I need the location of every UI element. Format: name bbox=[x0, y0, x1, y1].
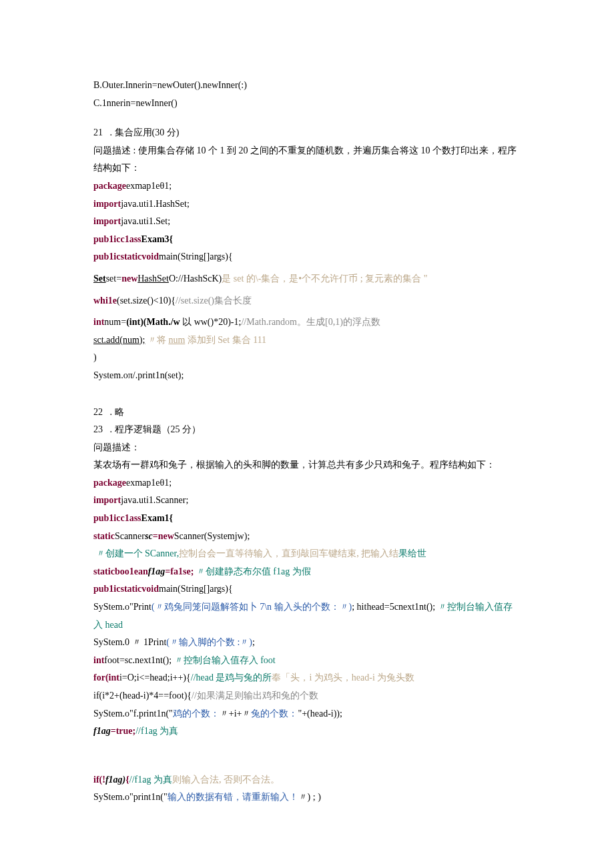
code-line: Setset=newHashSetO://HashScK)是 set 的\-集合… bbox=[93, 266, 521, 288]
code-line: sct.add(num); 〃将 num 添加到 Set 集合 111 bbox=[93, 332, 521, 350]
code-line: intnum=(int)(Math./w 以 ww()*20)-1;//Math… bbox=[93, 310, 521, 332]
code-line: importjava.uti1.HashSet; bbox=[93, 195, 521, 213]
comment-line: 〃创建一个 SCanner,控制台会一直等待输入，直到敲回车键结束, 把输入结果… bbox=[93, 545, 521, 563]
code-line: for(inti=O;i<=head;i++){//head 是鸡与兔的所奉「头… bbox=[93, 669, 521, 687]
document-page: B.Outer.Innerin=newOuter().newInner(:) C… bbox=[0, 0, 614, 868]
code-line: pub1icc1assExam3{ bbox=[93, 231, 521, 249]
code-line: SyStem.o"Print(〃鸡兔同笼问题解答如卜 7\n 输入头的个数：〃)… bbox=[93, 598, 521, 634]
code-line: importjava.uti1.Scanner; bbox=[93, 492, 521, 510]
code-line: whi1e(set.size()<10){//set.size()集合长度 bbox=[93, 288, 521, 310]
text-line: 问题描述： bbox=[93, 439, 521, 457]
code-line: staticboo1eanf1ag=fa1se; 〃创建静态布尔值 f1ag 为… bbox=[93, 563, 521, 581]
code-line: if(!f1ag){//f1ag 为真则输入合法, 否则不合法。 bbox=[93, 771, 521, 789]
text-line: 问题描述 : 使用集合存储 10 个 1 到 20 之间的不重复的随机数，并遍历… bbox=[93, 142, 521, 177]
code-line: SyStem.o"print1n("输入的数据有错，请重新输入！〃) ; ) bbox=[93, 789, 521, 807]
text-line: B.Outer.Innerin=newOuter().newInner(:) bbox=[93, 77, 521, 95]
code-line: f1ag=true;//f1ag 为真 bbox=[93, 723, 521, 741]
text-line: C.1nnerin=newInner() bbox=[93, 95, 521, 113]
text-line: 某农场有一群鸡和兔子，根据输入的头和脚的数量，计算总共有多少只鸡和兔子。程序结构… bbox=[93, 456, 521, 474]
code-line: System.oπ/.print1n(set); bbox=[93, 367, 521, 385]
code-line: SyStem.0 〃 1Print(〃输入脚的个数 :〃); bbox=[93, 634, 521, 652]
code-line: staticScannersc=newScanner(Systemjw); bbox=[93, 528, 521, 546]
code-line: pub1icstaticvoidmain(String[]args){ bbox=[93, 580, 521, 598]
code-line: pub1icstaticvoidmain(String[]args){ bbox=[93, 248, 521, 266]
code-line: packageexmap1eθ1; bbox=[93, 177, 521, 195]
heading-22: 22 . 略 bbox=[93, 404, 521, 422]
code-line: SyStem.o"f.print1n("鸡的个数：〃+i+〃兔的个数："+(he… bbox=[93, 705, 521, 723]
code-line: intfoot=sc.next1nt(); 〃控制台输入值存入 foot bbox=[93, 652, 521, 670]
code-line: ) bbox=[93, 349, 521, 367]
code-line: packageexmap1eθ1; bbox=[93, 474, 521, 492]
code-line: if(i*2+(head-i)*4==foot){//如果满足则输出鸡和兔的个数 bbox=[93, 687, 521, 705]
heading-21: 21 . 集合应用(30 分) bbox=[93, 124, 521, 142]
heading-23: 23 . 程序逻辑题（25 分） bbox=[93, 421, 521, 439]
code-line: pub1icc1assExam1{ bbox=[93, 510, 521, 528]
code-line: importjava.uti1.Set; bbox=[93, 213, 521, 231]
